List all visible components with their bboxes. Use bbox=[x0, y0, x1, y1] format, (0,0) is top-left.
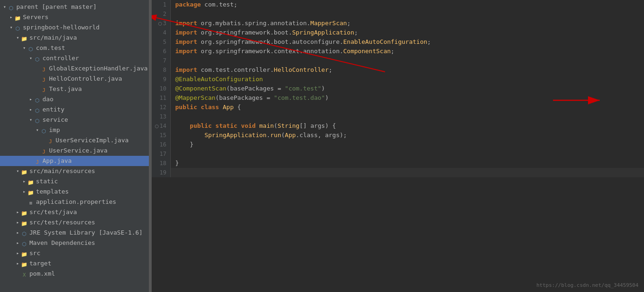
line-number: 18 bbox=[152, 159, 170, 168]
code-line-14: 14 public static void main(String[] args… bbox=[152, 121, 644, 131]
class-token: String bbox=[278, 122, 300, 129]
tree-item-userservice[interactable]: JUserService.java bbox=[0, 146, 149, 156]
string-token: "com.test.dao" bbox=[274, 94, 325, 101]
tree-item-target[interactable]: 📁target bbox=[0, 258, 149, 269]
tree-item-appjava[interactable]: JApp.java bbox=[0, 156, 149, 166]
java-icon: J bbox=[40, 85, 48, 93]
xml-icon: X bbox=[21, 270, 28, 278]
expand-arrow bbox=[15, 167, 21, 176]
tree-item-entity[interactable]: ⬡entity bbox=[0, 104, 149, 115]
tree-item-controller[interactable]: ⬡controller bbox=[0, 53, 149, 63]
line-number: 13 bbox=[152, 112, 170, 121]
token: ; bbox=[329, 66, 332, 73]
line-content: import org.mybatis.spring.annotation.Map… bbox=[170, 19, 644, 28]
line-content: @ComponentScan(basePackages = "com.test"… bbox=[170, 84, 644, 93]
expand-arrow bbox=[15, 249, 21, 258]
tree-label: target bbox=[29, 259, 51, 268]
expand-arrow bbox=[15, 228, 21, 237]
line-number: 10 bbox=[152, 84, 170, 93]
tree-item-comtest[interactable]: ⬡com.test bbox=[0, 43, 149, 53]
file-tree[interactable]: ⬡parent [parent master]📁Servers⬡springbo… bbox=[0, 0, 149, 292]
line-number: 8 bbox=[152, 65, 170, 75]
folder-icon: 📁 bbox=[21, 250, 28, 257]
line-content bbox=[170, 149, 644, 159]
tree-item-templates[interactable]: 📁templates bbox=[0, 187, 149, 197]
tree-item-static[interactable]: 📁static bbox=[0, 176, 149, 187]
line-number: 3 bbox=[152, 19, 170, 28]
expand-arrow bbox=[35, 125, 40, 135]
tree-label: UserServiceImpl.java bbox=[56, 136, 129, 145]
line-content bbox=[170, 112, 644, 121]
token: = bbox=[274, 85, 285, 92]
package-icon: ⬡ bbox=[27, 44, 35, 52]
tree-label: Maven Dependencies bbox=[29, 238, 95, 248]
token: ; bbox=[391, 48, 394, 55]
expand-arrow bbox=[2, 2, 7, 12]
class-token: SpringApplication bbox=[204, 132, 266, 139]
line-content: SpringApplication.run(App.class, args); bbox=[170, 131, 644, 140]
tree-item-imp[interactable]: ⬡imp bbox=[0, 125, 149, 135]
tree-label: src bbox=[29, 249, 40, 258]
tree-label: src/main/resources bbox=[29, 167, 95, 176]
token bbox=[175, 122, 190, 129]
expand-arrow bbox=[21, 187, 27, 196]
tree-item-srcmainres[interactable]: 📁src/main/resources bbox=[0, 166, 149, 176]
watermark: https://blog.csdn.net/qq_34459504 bbox=[536, 282, 638, 288]
line-content: import org.springframework.context.annot… bbox=[170, 47, 644, 56]
tree-item-jresys[interactable]: ⬡JRE System Library [JavaSE-1.6] bbox=[0, 228, 149, 238]
token: } bbox=[175, 160, 179, 167]
annotation-token: @ComponentScan bbox=[175, 85, 227, 92]
line-number: 14 bbox=[152, 121, 170, 131]
code-line-3: 3import org.mybatis.spring.annotation.Ma… bbox=[152, 19, 644, 28]
code-line-19: 19 bbox=[152, 168, 644, 177]
tree-item-springboot[interactable]: ⬡springboot-helloworld bbox=[0, 22, 149, 33]
tree-label: service bbox=[42, 115, 68, 125]
token: ; bbox=[354, 29, 358, 36]
line-expand-dot[interactable] bbox=[155, 125, 159, 128]
code-line-11: 11@MapperScan(basePackages = "com.test.d… bbox=[152, 93, 644, 103]
code-editor: 1package com.test;2 3import org.mybatis.… bbox=[152, 0, 644, 292]
expand-arrow bbox=[15, 33, 21, 42]
tree-item-dao[interactable]: ⬡dao bbox=[0, 94, 149, 104]
expand-arrow bbox=[15, 259, 21, 268]
token bbox=[256, 122, 259, 129]
tree-label: pom.xml bbox=[29, 269, 55, 278]
jar-icon: ⬡ bbox=[21, 239, 28, 247]
folder-icon: 📁 bbox=[21, 219, 28, 226]
tree-item-pomxml[interactable]: Xpom.xml bbox=[0, 269, 149, 279]
tree-item-appprops[interactable]: ≡application.properties bbox=[0, 197, 149, 207]
module-icon: ⬡ bbox=[7, 3, 15, 11]
token: org.mybatis.spring.annotation. bbox=[197, 20, 310, 27]
tree-item-userserviceimpl[interactable]: JUserServiceImpl.java bbox=[0, 135, 149, 146]
tree-item-mavendep[interactable]: ⬡Maven Dependencies bbox=[0, 238, 149, 248]
class-token: App bbox=[223, 104, 233, 111]
token: . bbox=[266, 132, 270, 139]
token: basePackages bbox=[219, 94, 263, 101]
code-line-6: 6import org.springframework.context.anno… bbox=[152, 47, 644, 56]
code-line-12: 12public class App { bbox=[152, 103, 644, 112]
code-line-15: 15 SpringApplication.run(App.class, args… bbox=[152, 131, 644, 140]
code-line-1: 1package com.test; bbox=[152, 0, 644, 9]
tree-item-service[interactable]: ⬡service bbox=[0, 115, 149, 125]
tree-item-globalex[interactable]: JGlobalExceptionHandler.java bbox=[0, 63, 149, 74]
tree-item-srctestres[interactable]: 📁src/test/resources bbox=[0, 217, 149, 228]
tree-item-servers[interactable]: 📁Servers bbox=[0, 12, 149, 22]
line-number: 5 bbox=[152, 37, 170, 47]
token: ) bbox=[322, 85, 325, 92]
line-content: import org.springframework.boot.SpringAp… bbox=[170, 28, 644, 37]
line-number: 11 bbox=[152, 93, 170, 103]
keyword-token: package bbox=[175, 1, 201, 8]
tree-item-testjava[interactable]: JTest.java bbox=[0, 84, 149, 94]
tree-item-srcmainjava[interactable]: 📁src/main/java bbox=[0, 33, 149, 43]
tree-item-srctestjava[interactable]: 📁src/test/java bbox=[0, 207, 149, 217]
tree-item-helloctrl[interactable]: JHelloController.java bbox=[0, 74, 149, 84]
token: com.test.controller. bbox=[197, 66, 273, 73]
line-expand-dot[interactable] bbox=[158, 22, 162, 26]
code-line-8: 8import com.test.controller.HelloControl… bbox=[152, 65, 644, 75]
line-content: @MapperScan(basePackages = "com.test.dao… bbox=[170, 93, 644, 103]
keyword-token: import bbox=[175, 66, 197, 73]
code-line-18: 18} bbox=[152, 159, 644, 168]
expand-arrow bbox=[21, 43, 27, 53]
tree-item-src[interactable]: 📁src bbox=[0, 248, 149, 258]
tree-item-parent[interactable]: ⬡parent [parent master] bbox=[0, 2, 149, 12]
